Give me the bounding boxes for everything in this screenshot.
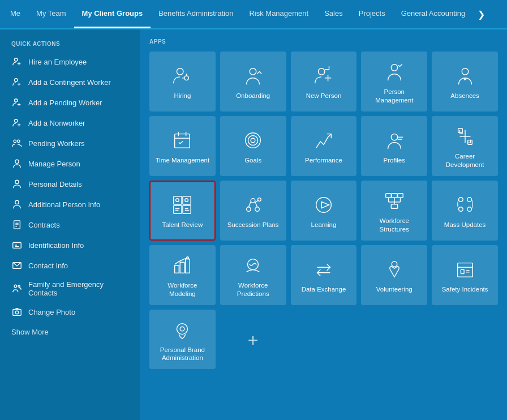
sidebar-item-hire-employee[interactable]: Hire an Employee (0, 52, 140, 72)
svg-point-46 (248, 136, 258, 145)
svg-point-65 (247, 207, 251, 212)
sidebar-item-additional-info[interactable]: Additional Person Info (0, 194, 140, 215)
svg-rect-90 (186, 259, 190, 273)
absences-icon (454, 65, 476, 87)
manage-person-icon (11, 158, 23, 169)
app-tile-workforce-structures[interactable]: Workforce Structures (361, 181, 427, 241)
app-tile-hiring[interactable]: Hiring (149, 52, 216, 112)
svg-point-25 (14, 285, 17, 288)
app-tile-workforce-predictions[interactable]: Workforce Predictions (220, 245, 286, 305)
nav-item-projects[interactable]: Projects (351, 0, 393, 28)
svg-point-37 (391, 65, 397, 71)
app-tile-person-mgmt[interactable]: Person Management (361, 52, 427, 112)
svg-point-59 (176, 199, 179, 202)
sidebar-item-identification[interactable]: Identification Info (0, 235, 140, 255)
app-tile-succession[interactable]: Succession Plans (220, 181, 286, 241)
nav-item-risk-mgmt[interactable]: Risk Management (241, 0, 316, 28)
svg-rect-56 (183, 196, 191, 204)
sidebar-item-family-emergency[interactable]: Family and Emergency Contacts (0, 276, 140, 302)
data-exchange-icon (312, 258, 335, 281)
learning-icon (312, 194, 335, 216)
app-tile-onboarding[interactable]: Onboarding (220, 52, 286, 112)
sidebar-item-add-contingent[interactable]: Add a Contingent Worker (0, 72, 140, 92)
hiring-icon (171, 65, 194, 87)
add-icon: + (248, 330, 259, 351)
sidebar-item-manage-person[interactable]: Manage Person (0, 153, 140, 174)
svg-rect-41 (175, 134, 190, 148)
sidebar-item-family-emergency-label: Family and Emergency Contacts (28, 280, 129, 297)
nav-next-arrow[interactable]: ❯ (473, 0, 489, 28)
nav-item-general-accounting[interactable]: General Accounting (393, 0, 473, 28)
svg-point-38 (462, 68, 468, 75)
svg-point-66 (255, 207, 260, 212)
nav-item-benefits[interactable]: Benefits Administration (151, 0, 241, 28)
svg-point-101 (177, 323, 188, 334)
svg-point-13 (17, 140, 20, 143)
apps-section-label: APPS (149, 38, 498, 45)
goals-icon (242, 129, 264, 152)
sidebar: QUICK ACTIONS Hire an Employee Add a Con… (0, 29, 140, 420)
contact-info-icon (11, 260, 23, 271)
sidebar-item-identification-label: Identification Info (28, 241, 84, 250)
learning-label: Learning (311, 221, 337, 229)
sidebar-item-personal-details[interactable]: Personal Details (0, 174, 140, 194)
nav-item-my-team[interactable]: My Team (28, 0, 74, 28)
svg-rect-58 (183, 205, 191, 213)
svg-point-45 (246, 133, 261, 148)
sidebar-item-change-photo[interactable]: Change Photo (0, 302, 140, 322)
family-emergency-icon (11, 283, 23, 294)
svg-point-12 (14, 140, 16, 143)
svg-point-47 (251, 139, 255, 143)
app-tile-data-exchange[interactable]: Data Exchange (291, 245, 357, 305)
svg-point-84 (458, 198, 463, 202)
svg-point-85 (467, 198, 471, 202)
app-tile-add[interactable]: + (220, 310, 286, 370)
time-mgmt-label: Time Management (156, 156, 209, 165)
workforce-predictions-label: Workforce Predictions (225, 281, 282, 298)
app-tile-learning[interactable]: Learning (291, 181, 357, 241)
app-tile-career-dev[interactable]: Career Development (432, 116, 498, 176)
workforce-predictions-icon (242, 254, 264, 277)
sidebar-item-add-nonworker[interactable]: Add a Nonworker (0, 113, 140, 133)
performance-icon (312, 129, 335, 152)
svg-rect-98 (461, 269, 464, 274)
nav-item-sales[interactable]: Sales (316, 0, 351, 28)
profiles-icon (383, 129, 406, 152)
show-more-button[interactable]: Show More (0, 322, 140, 342)
app-tile-profiles[interactable]: Profiles (361, 116, 427, 176)
workforce-modeling-icon (171, 254, 194, 277)
app-tile-talent-review[interactable]: Talent Review (149, 181, 216, 241)
svg-point-60 (185, 199, 188, 202)
svg-point-26 (18, 285, 20, 288)
app-tile-safety-incidents[interactable]: Safety Incidents (432, 245, 498, 305)
sidebar-item-pending-workers[interactable]: Pending Workers (0, 133, 140, 153)
data-exchange-label: Data Exchange (302, 285, 346, 294)
nav-item-me[interactable]: Me (2, 0, 28, 28)
svg-rect-89 (181, 262, 185, 273)
svg-rect-77 (391, 204, 397, 208)
app-tile-absences[interactable]: Absences (432, 52, 498, 112)
svg-rect-76 (397, 193, 403, 198)
sidebar-item-add-pending[interactable]: Add a Pending Worker (0, 92, 140, 113)
app-tile-personal-brand[interactable]: Personal Brand Administration (149, 310, 216, 370)
app-tile-new-person[interactable]: New Person (291, 52, 357, 112)
time-mgmt-icon (171, 129, 194, 152)
nav-item-my-client-groups[interactable]: My Client Groups (74, 0, 151, 28)
person-mgmt-label: Person Management (366, 88, 423, 105)
svg-point-33 (250, 68, 256, 75)
onboarding-icon (242, 65, 264, 87)
app-tile-mass-updates[interactable]: Mass Updates (432, 181, 498, 241)
app-tile-goals[interactable]: Goals (220, 116, 286, 176)
absences-label: Absences (450, 92, 479, 100)
sidebar-item-contracts[interactable]: Contracts (0, 215, 140, 235)
sidebar-item-contracts-label: Contracts (28, 221, 60, 229)
safety-incidents-icon (454, 258, 476, 281)
app-tile-performance[interactable]: Performance (291, 116, 357, 176)
svg-line-69 (255, 202, 257, 208)
app-tile-time-mgmt[interactable]: Time Management (149, 116, 216, 176)
app-tile-workforce-modeling[interactable]: Workforce Modeling (149, 245, 216, 305)
app-tile-volunteering[interactable]: Volunteering (361, 245, 427, 305)
svg-point-0 (15, 58, 18, 61)
change-photo-icon (11, 306, 23, 318)
sidebar-item-contact-info[interactable]: Contact Info (0, 255, 140, 276)
